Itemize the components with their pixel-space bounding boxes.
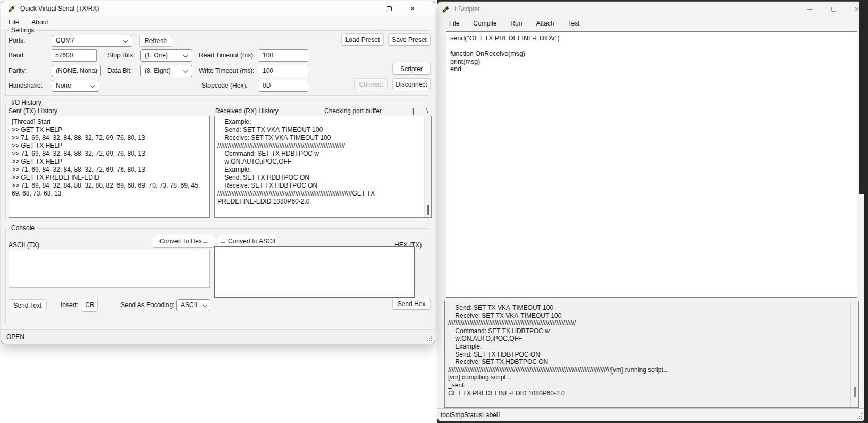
send-as-encoding-label: Send As Encoding: [121,301,174,309]
tool-strip-status-label: toolStripStatusLabel1 [441,411,501,419]
lscripter-titlebar[interactable]: LScripter × [437,2,865,16]
scrollbar-thumb[interactable] [427,205,429,215]
baud-input[interactable]: 57600 [52,49,97,62]
load-preset-button[interactable]: Load Preset [341,33,384,46]
hex-tx-input[interactable] [214,246,415,298]
write-timeout-input[interactable]: 100 [259,65,308,77]
output-scrollbar[interactable] [850,302,858,407]
chevron-down-icon [90,83,95,88]
menu-run[interactable]: Run [505,18,527,29]
refresh-button[interactable]: Refresh [139,35,172,47]
send-text-button[interactable]: Send Text [9,299,47,311]
ascii-tx-input[interactable] [9,250,210,288]
resize-grip[interactable] [426,335,434,343]
send-hex-button[interactable]: Send Hex [392,298,431,310]
close-icon: × [410,5,415,12]
data-bit-combobox[interactable]: (8, Eight) [140,65,192,77]
tx-history-pane[interactable]: [Thread] Start >> GET TX HELP >> 71, 69,… [9,116,210,218]
console-legend: Console [9,224,37,232]
scrollbar-thumb[interactable] [854,387,856,397]
minimize-button[interactable] [359,1,373,16]
resize-grip[interactable] [856,413,864,420]
menu-compile[interactable]: Compile [468,18,502,29]
encoding-combobox[interactable]: ASCII [176,299,210,311]
chevron-down-icon [203,303,207,307]
lscripter-menubar: File Compile Run Attach Test [437,16,865,30]
rx-history-pane[interactable]: Example: Send: SET TX VKA-TIMEOUT 100 Re… [214,116,432,218]
read-timeout-label: Read Timeout (ms): [199,52,255,59]
handshake-combobox[interactable]: None [52,80,99,92]
screen-edge-dark-right [864,0,868,423]
maximize-icon [831,7,836,12]
menu-about[interactable]: About [26,17,53,28]
insert-label: Insert: [61,301,78,309]
disconnect-button[interactable]: Disconnect [392,78,431,90]
maximize-button[interactable] [382,1,396,16]
window-title: LScripter [454,5,480,13]
stop-bits-label: Stop Bits: [107,52,134,59]
app-icon [442,5,450,13]
close-button[interactable]: × [406,1,419,16]
save-preset-button[interactable]: Save Preset [388,33,431,46]
connect-button[interactable]: Connect [354,78,388,90]
app-icon [7,4,16,13]
chevron-down-icon [123,38,128,43]
tx-history-label: Sent (TX) History [9,107,57,115]
parity-combobox[interactable]: (NONE, None) [52,65,101,77]
script-output-pane[interactable]: Send: SET TX VKA-TIMEOUT 100 Receive: SE… [444,301,859,408]
lscripter-window: LScripter × File Compile Run Attach Test… [437,1,865,421]
read-timeout-input[interactable]: 100 [259,49,308,62]
data-bit-label: Data Bit: [107,67,132,74]
qvs-statusbar: OPEN [1,329,435,344]
port-status-text: OPEN [6,333,24,341]
write-timeout-label: Write Timeout (ms): [199,67,254,74]
io-history-legend: I/O History [9,99,44,106]
checking-port-buffer-label: Checking port buffer [324,107,382,115]
chevron-down-icon [183,69,188,73]
chevron-down-icon [183,53,188,57]
ports-label: Ports: [9,37,25,44]
menu-test[interactable]: Test [562,18,585,29]
window-title: Quick Virtual Serial (TX/RX) [20,5,99,12]
ports-combobox[interactable]: COM7 [52,35,132,47]
spinner-char-2: \ [426,107,428,115]
rx-history-label: Received (RX) History [215,107,279,115]
baud-label: Baud: [9,52,25,59]
menu-attach[interactable]: Attach [530,18,559,29]
ascii-tx-label: ASCII (TX) [9,241,39,249]
parity-label: Parity: [9,67,27,74]
rx-history-scrollbar[interactable] [424,116,431,217]
stop-bits-combobox[interactable]: (1, One) [140,49,192,62]
settings-legend: Settings [9,27,36,34]
lscripter-statusbar: toolStripStatusLabel1 [437,408,865,421]
insert-cr-button[interactable]: CR [82,298,98,312]
quick-virtual-serial-window: Quick Virtual Serial (TX/RX) × File Abou… [1,1,435,344]
stopcode-input[interactable]: 0D [259,80,308,92]
minimize-icon [807,9,813,10]
maximize-icon [387,6,392,11]
convert-to-hex-button[interactable]: Convert to Hex→ [153,235,215,248]
close-icon: × [855,5,859,13]
menu-file[interactable]: File [3,17,24,28]
stopcode-label: Stopcode (Hex): [201,82,248,89]
maximize-button[interactable] [827,2,840,16]
minimize-button[interactable] [803,2,817,16]
menu-file[interactable]: File [444,18,465,29]
minimize-icon [364,9,369,9]
qvs-titlebar[interactable]: Quick Virtual Serial (TX/RX) × [1,1,435,16]
script-editor[interactable]: send("GET TX PREDEFINE-EDID\r") function… [446,31,857,298]
handshake-label: Handshake: [9,82,43,89]
spinner-char-1: | [412,107,414,115]
scripter-button[interactable]: Scripter [392,63,431,75]
